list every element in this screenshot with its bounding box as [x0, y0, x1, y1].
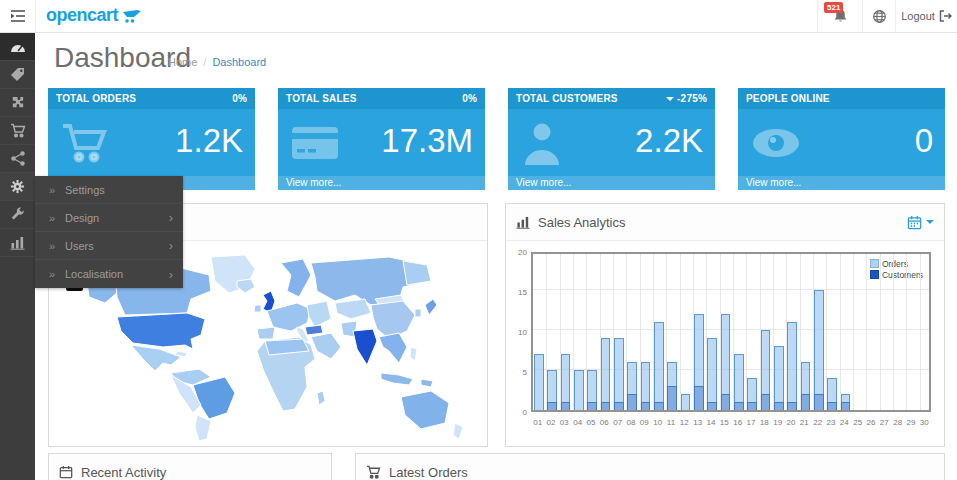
bar-customers-day-18[interactable]	[761, 394, 771, 410]
bar-customers-day-21[interactable]	[801, 394, 811, 410]
bar-customers-day-07[interactable]	[614, 402, 624, 410]
bar-orders-day-04[interactable]	[574, 370, 584, 410]
menu-item-settings[interactable]: » Settings	[35, 176, 183, 204]
sidebar-item-tools[interactable]	[0, 201, 35, 229]
bar-customers-day-11[interactable]	[667, 386, 677, 410]
cart-icon	[10, 123, 26, 138]
bar-customers-day-14[interactable]	[707, 402, 717, 410]
breadcrumb-current-link[interactable]: Dashboard	[212, 56, 266, 68]
logout-button[interactable]: Logout	[895, 0, 957, 32]
chart-plot[interactable]: OrdersCustomers	[531, 252, 931, 412]
bar-customers-day-10[interactable]	[654, 402, 664, 410]
calendar-icon	[59, 465, 73, 479]
legend-entry: Orders	[870, 258, 923, 269]
tile-value: 2.2K	[635, 109, 703, 176]
bar-customers-day-20[interactable]	[787, 402, 797, 410]
latest-orders-header: Latest Orders	[356, 454, 944, 480]
bar-orders-day-12[interactable]	[681, 394, 691, 410]
double-angle-icon: »	[49, 240, 65, 252]
sales-chart: 05101520 OrdersCustomers 010203040506070…	[506, 241, 944, 446]
bar-customers-day-23[interactable]	[827, 402, 837, 410]
y-tick-label: 0	[507, 408, 527, 417]
legend-swatch	[870, 259, 879, 268]
sidebar-item-marketing[interactable]	[0, 145, 35, 173]
gridline	[840, 254, 841, 410]
x-tick-label: 08	[624, 418, 637, 427]
opencart-logo[interactable]: opencart	[46, 5, 143, 26]
bar-orders-day-14[interactable]	[707, 338, 717, 410]
logout-label: Logout	[901, 10, 935, 22]
tile-total-sales: TOTAL SALES0% 17.3M View more...	[278, 88, 485, 190]
bar-customers-day-03[interactable]	[561, 402, 571, 410]
sidebar-item-reports[interactable]	[0, 229, 35, 257]
date-range-button[interactable]	[907, 215, 934, 230]
bar-customers-day-05[interactable]	[587, 402, 597, 410]
topbar: opencart 521 Logout	[0, 0, 957, 33]
eye-icon	[751, 127, 801, 159]
gridline	[880, 254, 881, 410]
sidebar-item-system[interactable]	[0, 173, 35, 201]
hamburger-icon	[10, 9, 26, 23]
view-more-link[interactable]: View more...	[508, 176, 715, 190]
x-tick-label: 20	[784, 418, 797, 427]
x-tick-label: 23	[824, 418, 837, 427]
bar-orders-day-01[interactable]	[534, 354, 544, 410]
bar-orders-day-07[interactable]	[614, 338, 624, 410]
speedometer-icon	[10, 40, 26, 54]
bar-customers-day-22[interactable]	[814, 394, 824, 410]
menu-item-users[interactable]: » Users ›	[35, 232, 183, 260]
view-more-link[interactable]: View more...	[738, 176, 945, 190]
legend-label: Customers	[882, 270, 923, 280]
bar-orders-day-22[interactable]	[814, 290, 824, 410]
gridline	[893, 254, 894, 410]
x-tick-label: 09	[638, 418, 651, 427]
x-tick-label: 28	[891, 418, 904, 427]
x-tick-label: 03	[558, 418, 571, 427]
view-more-link[interactable]: View more...	[278, 176, 485, 190]
recent-activity-panel: Recent Activity	[48, 453, 332, 480]
globe-icon	[872, 9, 887, 24]
x-tick-label: 26	[864, 418, 877, 427]
bar-customers-day-16[interactable]	[734, 402, 744, 410]
sign-out-icon	[939, 10, 952, 22]
sidebar-item-sales[interactable]	[0, 117, 35, 145]
bar-customers-day-15[interactable]	[721, 394, 731, 410]
bar-customers-day-13[interactable]	[694, 386, 704, 410]
bar-orders-day-06[interactable]	[601, 338, 611, 410]
bar-orders-day-10[interactable]	[654, 322, 664, 410]
logo-text: opencart	[46, 5, 118, 26]
sidebar-toggle-button[interactable]	[0, 0, 36, 32]
tile-percent: 0%	[462, 93, 477, 104]
bar-customers-day-02[interactable]	[547, 402, 557, 410]
x-tick-label: 01	[531, 418, 544, 427]
bar-customers-day-08[interactable]	[627, 394, 637, 410]
sidebar-item-catalog[interactable]	[0, 61, 35, 89]
sidebar-item-dashboard[interactable]	[0, 33, 35, 61]
tile-people-online: PEOPLE ONLINE 0 View more...	[738, 88, 945, 190]
menu-item-localisation[interactable]: » Localisation ›	[35, 260, 183, 288]
tile-total-orders: TOTAL ORDERS0% 1.2K View more...	[48, 88, 255, 190]
panel-title: Sales Analytics	[538, 215, 625, 230]
sidebar-item-extensions[interactable]	[0, 89, 35, 117]
x-tick-label: 16	[731, 418, 744, 427]
breadcrumb-home-link[interactable]: Home	[168, 56, 197, 68]
bar-orders-day-20[interactable]	[787, 322, 797, 410]
legend-swatch	[870, 270, 879, 279]
wrench-icon	[10, 207, 25, 222]
bar-customers-day-06[interactable]	[601, 402, 611, 410]
menu-item-design[interactable]: » Design ›	[35, 204, 183, 232]
x-tick-label: 21	[798, 418, 811, 427]
gridline	[906, 254, 907, 410]
bar-customers-day-17[interactable]	[747, 402, 757, 410]
bar-customers-day-09[interactable]	[641, 402, 651, 410]
bar-customers-day-19[interactable]	[774, 402, 784, 410]
bar-orders-day-19[interactable]	[774, 346, 784, 410]
panel-title: Recent Activity	[81, 465, 166, 480]
tile-value: 17.3M	[381, 109, 473, 176]
notifications-button[interactable]: 521	[817, 0, 862, 32]
tile-title: TOTAL SALES	[286, 93, 357, 104]
x-tick-label: 05	[584, 418, 597, 427]
x-tick-label: 27	[878, 418, 891, 427]
language-button[interactable]	[862, 0, 895, 32]
bar-customers-day-24[interactable]	[841, 402, 851, 410]
